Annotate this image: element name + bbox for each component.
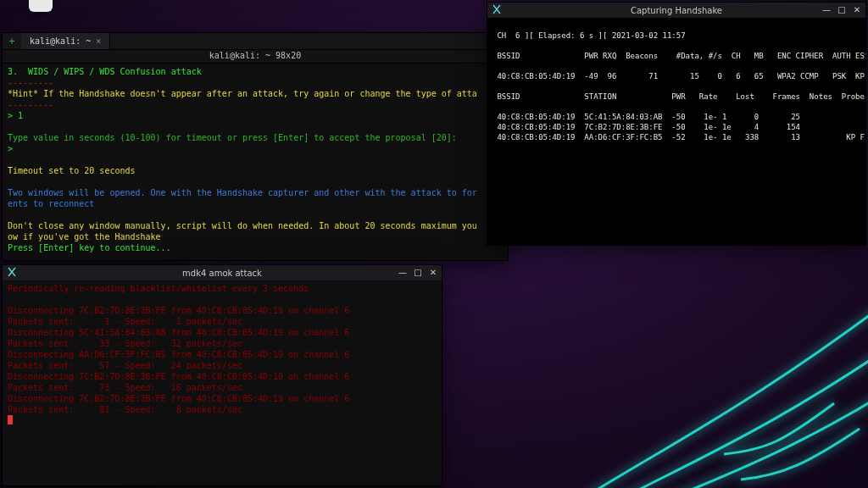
tab-label: kali@kali: ~ <box>30 36 91 46</box>
handshake-title-text: Capturing Handshake <box>631 6 722 15</box>
terminal-line: *Hint* If the Handshake doesn't appear a… <box>8 88 503 99</box>
handshake-titlebar[interactable]: Capturing Handshake — □ ✕ <box>487 3 865 18</box>
cursor <box>8 415 13 424</box>
mdk4-window[interactable]: mdk4 amok attack — □ ✕ Periodically re-r… <box>2 264 442 486</box>
terminal-line <box>8 154 503 165</box>
mdk4-terminal-body[interactable]: Periodically re-reading blacklist/whitel… <box>3 280 442 485</box>
plus-icon: ＋ <box>7 34 17 48</box>
terminal-line <box>8 294 437 305</box>
terminal-line: 40:C8:CB:05:4D:19 7C:B2:7D:8E:3B:FE -50 … <box>492 122 860 132</box>
terminal-line <box>492 61 860 71</box>
terminal-line: BSSID STATION PWR Rate Lost Frames Notes… <box>492 92 860 102</box>
panel-app-icon <box>29 0 53 12</box>
terminal-line: Packets sent: 33 - Speed: 32 packets/sec <box>8 338 437 349</box>
terminal-line: Press [Enter] key to continue... <box>8 242 503 253</box>
terminal-line: Disconnecting 7C:B2:7D:8E:3B:FE from 40:… <box>8 393 437 404</box>
terminal-line: BSSID PWR RXQ Beacons #Data, #/s CH MB E… <box>492 51 860 61</box>
terminal-line <box>8 121 503 132</box>
minimize-button[interactable]: — <box>821 5 832 15</box>
main-terminal-window[interactable]: ＋ kali@kali: ~ × kali@kali: ~ 98x20 3. W… <box>2 32 509 261</box>
wallpaper-swoosh <box>512 234 868 488</box>
maximize-button[interactable]: □ <box>837 5 847 15</box>
terminal-subtitle: kali@kali: ~ 98x20 <box>3 50 508 64</box>
mdk4-title-text: mdk4 amok attack <box>182 269 262 278</box>
close-button[interactable]: ✕ <box>428 268 438 278</box>
terminal-line: --------- <box>8 99 503 110</box>
close-button[interactable]: ✕ <box>852 5 862 15</box>
terminal-line: --------- <box>8 77 503 88</box>
terminal-line: 40:C8:CB:05:4D:19 -49 96 71 15 0 6 65 WP… <box>492 71 860 81</box>
terminal-line: Don't close any window manually, script … <box>8 220 503 242</box>
terminal-line: Packets sent: 57 - Speed: 24 packets/sec <box>8 360 437 371</box>
main-terminal-body[interactable]: 3. WIDS / WIPS / WDS Confusion attack---… <box>3 64 508 260</box>
terminal-line: CH 6 ][ Elapsed: 6 s ][ 2021-03-02 11:57 <box>492 30 860 41</box>
new-tab-button[interactable]: ＋ <box>3 33 21 49</box>
terminal-line: Disconnecting 7C:B2:7D:8E:3B:FE from 40:… <box>8 371 437 382</box>
tab-main[interactable]: kali@kali: ~ × <box>21 33 110 49</box>
terminal-line: Two windows will be opened. One with the… <box>8 187 503 209</box>
terminal-line <box>8 209 503 220</box>
terminal-line: > <box>8 143 503 154</box>
terminal-logo-icon <box>491 3 503 15</box>
terminal-line: Type value in seconds (10-100) for timeo… <box>8 132 503 143</box>
terminal-line <box>492 41 860 51</box>
terminal-line: 40:C8:CB:05:4D:19 AA:D6:CF:3F:FC:B5 -52 … <box>492 132 860 142</box>
terminal-line: 3. WIDS / WIPS / WDS Confusion attack <box>8 66 503 77</box>
terminal-line: Periodically re-reading blacklist/whitel… <box>8 283 437 294</box>
mdk4-titlebar[interactable]: mdk4 amok attack — □ ✕ <box>3 265 442 280</box>
tab-close-icon[interactable]: × <box>96 36 101 46</box>
terminal-line: Packets sent: 1 - Speed: 1 packets/sec <box>8 316 437 327</box>
terminal-line <box>492 20 860 30</box>
maximize-button[interactable]: □ <box>413 268 423 278</box>
terminal-line: Disconnecting 5C:41:5A:84:03:AB from 40:… <box>8 327 437 338</box>
tab-strip: ＋ kali@kali: ~ × <box>3 33 508 50</box>
terminal-line: > 1 <box>8 110 503 121</box>
handshake-terminal-body[interactable]: CH 6 ][ Elapsed: 6 s ][ 2021-03-02 11:57… <box>487 18 865 245</box>
terminal-line: Timeout set to 20 seconds <box>8 165 503 176</box>
terminal-line <box>8 176 503 187</box>
terminal-line: 40:C8:CB:05:4D:19 5C:41:5A:84:03:AB -50 … <box>492 112 860 122</box>
terminal-line: Packets sent: 81 - Speed: 8 packets/sec <box>8 404 437 415</box>
terminal-line <box>492 102 860 112</box>
terminal-line: Disconnecting AA:D6:CF:3F:FC:B5 from 40:… <box>8 349 437 360</box>
terminal-line: Packets sent: 73 - Speed: 16 packets/sec <box>8 382 437 393</box>
terminal-line <box>492 81 860 92</box>
terminal-logo-icon <box>6 266 18 278</box>
handshake-window[interactable]: Capturing Handshake — □ ✕ CH 6 ][ Elapse… <box>487 2 866 246</box>
terminal-line: Disconnecting 7C:B2:7D:8E:3B:FE from 40:… <box>8 305 437 316</box>
minimize-button[interactable]: — <box>398 268 408 278</box>
